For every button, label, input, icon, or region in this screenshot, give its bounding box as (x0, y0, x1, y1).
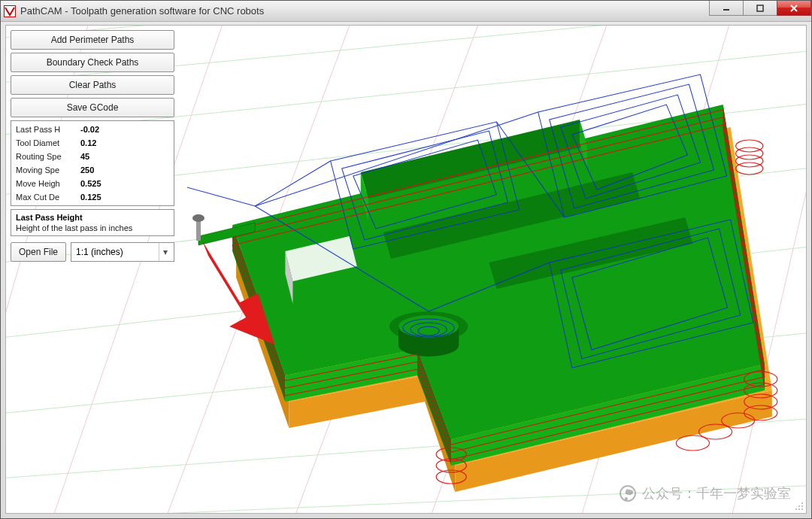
prop-value[interactable]: 45 (80, 150, 169, 162)
svg-point-54 (736, 140, 763, 152)
prop-value[interactable]: 0.125 (80, 191, 169, 203)
svg-point-57 (736, 162, 763, 175)
prop-label: Last Pass H (16, 123, 80, 135)
prop-label: Max Cut De (16, 191, 80, 203)
prop-label: Moving Spe (16, 164, 80, 176)
prop-row: Move Heigh0.525 (11, 177, 174, 190)
open-file-button[interactable]: Open File (11, 242, 66, 262)
property-grid[interactable]: Last Pass H-0.02 Tool Diamet0.12 Routing… (11, 120, 174, 206)
app-window: PathCAM - Toolpath generation software f… (0, 0, 812, 519)
save-gcode-button[interactable]: Save GCode (11, 98, 174, 117)
property-description: Last Pass Height Height of the last pass… (11, 209, 174, 236)
prop-value[interactable]: 0.12 (80, 137, 169, 149)
svg-point-64 (676, 436, 709, 451)
prop-label: Routing Spe (16, 150, 80, 162)
svg-rect-1 (757, 5, 763, 11)
file-row: Open File 1:1 (inches) ▾ (11, 242, 174, 262)
chevron-down-icon: ▾ (159, 243, 171, 261)
window-controls (710, 1, 811, 16)
clear-paths-button[interactable]: Clear Paths (11, 75, 174, 95)
prop-value[interactable]: 250 (80, 164, 169, 176)
prop-row: Routing Spe45 (11, 150, 174, 163)
prop-label: Move Heigh (16, 178, 80, 190)
titlebar[interactable]: PathCAM - Toolpath generation software f… (1, 1, 811, 22)
window-title: PathCAM - Toolpath generation software f… (20, 5, 264, 17)
svg-point-56 (736, 155, 763, 167)
boundary-check-paths-button[interactable]: Boundary Check Paths (11, 53, 174, 72)
close-button[interactable] (777, 1, 811, 16)
tool-panel: Add Perimeter Paths Boundary Check Paths… (11, 30, 174, 262)
description-title: Last Pass Height (16, 213, 169, 222)
prop-row: Moving Spe250 (11, 163, 174, 177)
scale-select[interactable]: 1:1 (inches) ▾ (71, 242, 174, 262)
svg-point-55 (736, 147, 763, 159)
prop-row: Tool Diamet0.12 (11, 136, 174, 150)
minimize-button[interactable] (709, 1, 744, 16)
maximize-button[interactable] (743, 1, 777, 16)
app-icon (4, 5, 16, 17)
client-area: Add Perimeter Paths Boundary Check Paths… (5, 25, 807, 514)
description-body: Height of the last pass in inches (16, 223, 169, 232)
prop-value[interactable]: -0.02 (80, 123, 169, 135)
svg-point-71 (192, 214, 205, 222)
svg-line-12 (6, 484, 806, 513)
add-perimeter-paths-button[interactable]: Add Perimeter Paths (11, 30, 174, 50)
prop-label: Tool Diamet (16, 137, 80, 149)
prop-row: Last Pass H-0.02 (11, 123, 174, 136)
prop-value[interactable]: 0.525 (80, 178, 169, 190)
prop-row: Max Cut De0.125 (11, 190, 174, 204)
scale-selected-value: 1:1 (inches) (76, 247, 123, 257)
